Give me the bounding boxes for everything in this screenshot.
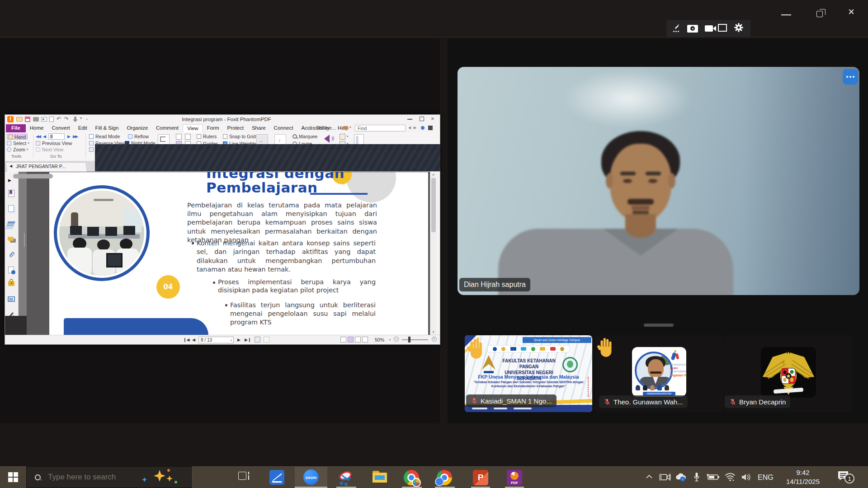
- zoom-tool-button[interactable]: Zoom▾: [7, 147, 28, 152]
- search-options-icon[interactable]: [343, 126, 348, 130]
- notification-center-button[interactable]: 1: [836, 470, 856, 484]
- menu-connect[interactable]: Connect: [270, 124, 297, 132]
- tray-battery-icon[interactable]: [706, 474, 720, 481]
- tray-wifi-icon[interactable]: [724, 472, 736, 482]
- prev-page-icon[interactable]: ◀: [43, 134, 46, 139]
- security-panel-icon[interactable]: [8, 281, 14, 286]
- tab-scroll-left-icon[interactable]: ◀: [9, 164, 12, 168]
- search-input[interactable]: [47, 472, 142, 482]
- gallery-drag-handle[interactable]: [644, 324, 674, 327]
- attachments-panel-icon[interactable]: [8, 251, 15, 260]
- annotate-icon[interactable]: [673, 23, 680, 33]
- status-last-page-icon[interactable]: ▶❙: [245, 338, 251, 342]
- print-icon[interactable]: [33, 117, 39, 122]
- menu-file[interactable]: File: [6, 124, 26, 132]
- status-single-page-icon[interactable]: [340, 337, 346, 343]
- facing-page-icon[interactable]: [185, 134, 191, 140]
- find-prev-icon[interactable]: ◀: [408, 126, 411, 130]
- foxit-restore-icon[interactable]: [420, 117, 424, 121]
- status-next-page-icon[interactable]: ▶: [237, 338, 241, 342]
- windows-icon[interactable]: [720, 26, 727, 32]
- tell-me-label[interactable]: Tell me...: [316, 125, 336, 131]
- undo-icon[interactable]: ↶: [57, 116, 61, 122]
- open-folder-icon[interactable]: [16, 117, 23, 122]
- more-options-button[interactable]: [843, 69, 858, 84]
- bookmarks-panel-icon[interactable]: [8, 190, 14, 197]
- hand-tool-button[interactable]: Hand: [7, 134, 28, 140]
- tray-speaker-icon[interactable]: [741, 472, 752, 482]
- next-view-button[interactable]: Next View: [36, 147, 63, 152]
- page-transition-icon[interactable]: [340, 134, 345, 140]
- marquee-button[interactable]: Marquee: [292, 134, 317, 139]
- find-field[interactable]: Find: [355, 125, 406, 131]
- snapshot-icon[interactable]: [41, 117, 47, 122]
- nav-panel-splitter[interactable]: [19, 172, 27, 335]
- tray-language-label[interactable]: ENG: [758, 474, 774, 482]
- rulers-checkbox[interactable]: Rulers: [197, 134, 217, 139]
- restore-button[interactable]: [816, 11, 823, 17]
- app-file-explorer-icon[interactable]: [373, 471, 388, 483]
- zoom-slider-track[interactable]: [402, 339, 428, 340]
- vertical-scrollbar[interactable]: ▲ ▼: [430, 172, 436, 335]
- menu-protect[interactable]: Protect: [223, 124, 247, 132]
- signatures-panel-icon[interactable]: [8, 267, 14, 273]
- read-mode-button[interactable]: Read Mode: [89, 134, 120, 139]
- status-next-view-icon[interactable]: [264, 337, 269, 343]
- foxit-close-icon[interactable]: ×: [431, 115, 434, 122]
- menu-comment[interactable]: Comment: [152, 124, 183, 132]
- status-facing-icon[interactable]: [355, 337, 361, 343]
- close-button[interactable]: ×: [848, 7, 854, 16]
- reflow-button[interactable]: Reflow: [128, 134, 149, 139]
- snap-to-grid-checkbox[interactable]: Snap to Grid: [223, 134, 256, 139]
- transition-caret-icon[interactable]: ▾: [347, 135, 349, 138]
- document-tab-label[interactable]: JRAT PENGANTAR P...: [16, 164, 66, 169]
- reading-options-icon[interactable]: [428, 126, 433, 130]
- menu-home[interactable]: Home: [26, 124, 48, 132]
- task-view-button[interactable]: [238, 471, 250, 483]
- search-caret-icon[interactable]: ▾: [349, 126, 351, 129]
- app-snipping-tool-icon[interactable]: [338, 470, 354, 485]
- start-button[interactable]: [8, 472, 18, 482]
- menu-share[interactable]: Share: [248, 124, 270, 132]
- camera-icon[interactable]: [687, 25, 698, 33]
- page-box-caret-icon[interactable]: ▾: [231, 338, 232, 342]
- stamp-tool-icon[interactable]: [73, 117, 78, 122]
- status-continuous-facing-icon[interactable]: [362, 337, 368, 343]
- status-page-box[interactable]: 8 / 13 ▾: [198, 337, 234, 343]
- single-page-icon[interactable]: [176, 134, 182, 140]
- status-first-page-icon[interactable]: ❙◀: [183, 338, 189, 342]
- pages-panel-icon[interactable]: [8, 205, 14, 212]
- splitter-handle[interactable]: [24, 233, 25, 247]
- participant-tile-bryan[interactable]: Bryan Decaprin: [724, 335, 852, 412]
- app-chrome2-icon[interactable]: [437, 470, 452, 485]
- app-zoom-icon[interactable]: zoom: [303, 469, 319, 485]
- read-aloud-icon[interactable]: [324, 135, 330, 143]
- comments-panel-icon[interactable]: [8, 237, 14, 241]
- zoom-in-icon[interactable]: +: [432, 337, 437, 342]
- tray-camera-icon[interactable]: [659, 473, 671, 482]
- taskbar-search[interactable]: [26, 466, 193, 488]
- page-number-input[interactable]: [48, 133, 65, 140]
- settings-gear-icon[interactable]: [734, 23, 744, 34]
- main-video-tile[interactable]: Dian Hijrah saputra: [458, 67, 859, 295]
- menu-organize[interactable]: Organize: [123, 124, 152, 132]
- menu-convert[interactable]: Convert: [48, 124, 74, 132]
- content-scroll-grip[interactable]: [13, 174, 53, 178]
- quick-toolbar-more-icon[interactable]: ⌄: [85, 116, 89, 121]
- tray-microphone-icon[interactable]: [693, 472, 701, 483]
- menu-form[interactable]: Form: [203, 124, 223, 132]
- scroll-down-icon[interactable]: ▼: [432, 331, 435, 333]
- find-next-icon[interactable]: ▶: [414, 126, 416, 130]
- save-icon[interactable]: [25, 117, 30, 122]
- status-prev-page-icon[interactable]: ◀: [192, 338, 195, 342]
- scrollbar-thumb[interactable]: [431, 178, 436, 232]
- select-tool-button[interactable]: Select▾: [7, 141, 29, 146]
- zoom-out-icon[interactable]: −: [394, 337, 399, 342]
- tray-clock[interactable]: 9:42 14/11/2025: [777, 468, 829, 486]
- fields-panel-icon[interactable]: [8, 296, 15, 302]
- app-scanner-icon[interactable]: [269, 470, 284, 485]
- first-page-icon[interactable]: ◀◀: [36, 134, 40, 139]
- layers-panel-icon[interactable]: [7, 221, 15, 224]
- status-continuous-icon[interactable]: [348, 337, 354, 343]
- menu-fill-sign[interactable]: Fill & Sign: [91, 124, 123, 132]
